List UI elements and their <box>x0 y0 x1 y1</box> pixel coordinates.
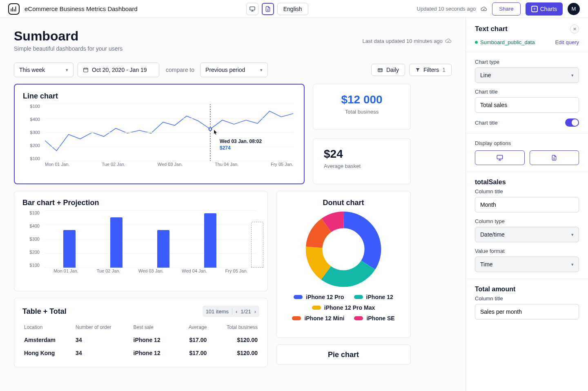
last-updated-label: Last data updated 10 minutes ago <box>362 38 443 44</box>
close-panel-button[interactable]: ✕ <box>570 25 579 34</box>
share-button[interactable]: Share <box>492 2 521 16</box>
chevron-down-icon: ▾ <box>571 232 574 237</box>
filters-button[interactable]: Filters 1 <box>409 64 452 76</box>
view-document-button[interactable] <box>262 3 274 15</box>
kpi-label: Total business <box>317 109 406 115</box>
column-type-select[interactable]: Date/time▾ <box>475 227 579 242</box>
chevron-down-icon: ▾ <box>66 67 68 73</box>
compare-label: compare to <box>166 67 194 73</box>
page-prev-button[interactable]: ‹ <box>236 308 237 315</box>
updated-label: Updated 10 seconds ago <box>417 6 476 12</box>
card-title: Donut chart <box>285 199 402 207</box>
card-title: Bar chart + Projection <box>22 199 259 207</box>
svg-rect-10 <box>497 155 503 159</box>
edit-query-link[interactable]: Edit query <box>555 39 579 45</box>
card-title: Pie chart <box>328 351 359 359</box>
cloud-sync-icon <box>445 38 452 44</box>
donut-legend: iPhone 12 Pro iPhone 12 iPhone 12 Pro Ma… <box>285 294 402 322</box>
table-card[interactable]: Table + Total 101 items ‹ 1/21 › Locatio… <box>14 298 268 367</box>
column-title-input[interactable] <box>475 197 579 212</box>
chart-title-input[interactable] <box>475 97 579 113</box>
side-panel: Text chart ✕ Sumboard_public_data Edit q… <box>466 18 588 391</box>
field-label: Column type <box>475 218 579 224</box>
page-indicator: 1/21 <box>241 308 251 315</box>
chart-tooltip: Wed 03 Jan. 08:02 $274 <box>220 138 262 151</box>
cursor-icon <box>214 130 217 134</box>
table-row[interactable]: Hong Kong 34 iPhone 12 $17.00 $120.00 <box>22 346 259 360</box>
section-heading: totalSales <box>475 179 579 186</box>
status-dot-icon <box>475 41 478 44</box>
view-desktop-button[interactable] <box>246 3 258 15</box>
data-source-chip[interactable]: Sumboard_public_data <box>475 39 535 45</box>
frequency-select[interactable]: Daily <box>371 64 405 76</box>
app-logo <box>8 3 20 15</box>
svg-rect-1 <box>84 68 88 72</box>
items-count: 101 items <box>206 308 229 315</box>
cloud-sync-icon <box>481 6 487 12</box>
line-chart-card[interactable]: Line chart $100 $400 $300 $200 $100 <box>14 84 305 184</box>
kpi-value: $12 000 <box>317 93 406 106</box>
kpi-label: Average basket <box>324 163 406 169</box>
language-label: English <box>283 6 302 12</box>
pie-chart-card[interactable]: Pie chart <box>276 344 411 365</box>
donut-chart: iPhone 12 Pro iPhone 12 iPhone 12 Pro Ma… <box>285 210 402 322</box>
donut-chart-card[interactable]: Donut chart iPhone 12 Pro iPhone 12 <box>276 191 411 338</box>
field-label: Chart type <box>475 59 579 65</box>
field-label: Display options <box>475 140 579 146</box>
field-label: Column title <box>475 188 579 194</box>
kpi-avg-basket[interactable]: $24 Average basket <box>313 138 411 184</box>
table-row[interactable]: Amsterdam 34 iPhone 12 $17.00 $120.00 <box>22 333 259 346</box>
calendar-icon <box>83 67 89 73</box>
filter-icon <box>415 67 420 72</box>
chevron-down-icon: ▾ <box>260 67 263 73</box>
svg-rect-2 <box>378 69 383 72</box>
card-title: Line chart <box>23 92 296 101</box>
language-select[interactable]: English <box>277 3 308 15</box>
side-panel-title: Text chart <box>475 25 508 33</box>
calendar-grid-icon <box>377 67 383 73</box>
chart-title-toggle[interactable] <box>565 118 579 127</box>
display-desktop-option[interactable] <box>475 150 525 165</box>
page-title: Sumboard <box>14 29 122 44</box>
data-table: Location Number of order Best sale Avera… <box>22 321 259 360</box>
bar-chart-card[interactable]: Bar chart + Projection $100 $400 $300 $2… <box>14 191 268 291</box>
add-chart-button[interactable]: + Charts <box>526 2 563 16</box>
plus-icon: + <box>531 6 538 12</box>
line-chart: $100 $400 $300 $200 $100 <box>23 104 296 169</box>
user-avatar[interactable]: M <box>568 3 580 15</box>
chevron-down-icon: ▾ <box>571 262 574 267</box>
top-bar: eCommerce Business Metrics Dashboard Eng… <box>0 0 588 18</box>
field-label: Value format <box>475 248 579 254</box>
main-area: Sumboard Simple beautiful dashboards for… <box>0 18 466 391</box>
date-range-input[interactable]: Oct 20, 2020 - Jan 19 <box>78 63 159 77</box>
display-document-option[interactable] <box>530 150 579 165</box>
page-subtitle: Simple beautiful dashboards for your use… <box>14 45 122 52</box>
card-title: Table + Total <box>22 307 67 316</box>
value-format-select[interactable]: Time▾ <box>475 257 579 272</box>
kpi-value: $24 <box>324 147 406 161</box>
field-label: Column title <box>475 295 579 302</box>
bar-chart: $100 $400 $300 $200 $100 <box>22 210 259 276</box>
range-select[interactable]: This week ▾ <box>14 63 74 77</box>
table-pager: 101 items ‹ 1/21 › <box>203 306 259 317</box>
column-title2-input[interactable] <box>475 304 579 320</box>
controls-bar: This week ▾ Oct 20, 2020 - Jan 19 compar… <box>14 63 452 77</box>
page-next-button[interactable]: › <box>254 308 256 315</box>
kpi-total-business[interactable]: $12 000 Total business <box>313 84 411 130</box>
toggle-label: Chart title <box>475 120 498 126</box>
compare-select[interactable]: Previous period ▾ <box>200 63 268 77</box>
svg-rect-0 <box>250 7 255 10</box>
field-label: Chart title <box>475 89 579 95</box>
svg-point-4 <box>209 128 212 131</box>
app-title: eCommerce Business Metrics Dashboard <box>24 5 138 12</box>
chevron-down-icon: ▾ <box>571 73 574 78</box>
chart-type-select[interactable]: Line▾ <box>475 67 579 83</box>
section-heading: Total amount <box>475 286 579 293</box>
